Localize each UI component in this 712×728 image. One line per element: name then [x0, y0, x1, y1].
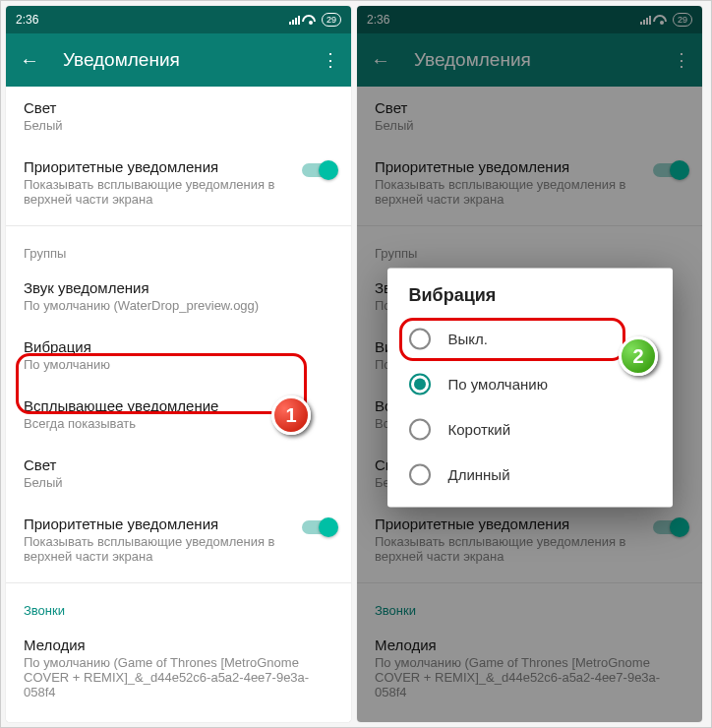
step-badge-1: 1 — [271, 395, 311, 435]
status-icons: 29 — [640, 13, 692, 27]
radio-icon — [409, 418, 431, 440]
setting-value: По умолчанию (WaterDrop_preview.ogg) — [24, 298, 333, 313]
divider — [6, 582, 351, 583]
setting-light[interactable]: Свет Белый — [6, 87, 351, 146]
setting-value: По умолчанию — [24, 357, 333, 372]
setting-priority-2[interactable]: Приоритетные уведомления Показывать вспл… — [6, 503, 351, 576]
wifi-icon — [655, 15, 669, 25]
battery-icon: 29 — [673, 13, 692, 27]
section-groups: Группы — [6, 232, 351, 267]
divider — [6, 225, 351, 226]
vibration-dialog: Вибрация Выкл. По умолчанию Короткий Дли… — [387, 268, 673, 507]
radio-label: Выкл. — [448, 331, 488, 347]
wifi-icon — [304, 15, 318, 25]
setting-title: Свет — [24, 456, 333, 473]
setting-title: Вибрация — [24, 338, 333, 355]
step-badge-2: 2 — [619, 336, 658, 376]
setting-title: Приоритетные уведомления — [24, 158, 292, 175]
setting-title: Приоритетные уведомления — [24, 516, 292, 532]
setting-desc: Показывать всплывающие уведомления в вер… — [24, 177, 292, 207]
setting-value: По умолчанию (Game of Thrones [MetroGnom… — [24, 655, 333, 699]
toggle-switch[interactable] — [302, 163, 335, 177]
radio-icon — [409, 328, 431, 349]
signal-icon — [640, 15, 651, 25]
menu-icon[interactable]: ⋮ — [673, 49, 688, 71]
setting-sound[interactable]: Звук уведомления По умолчанию (WaterDrop… — [6, 267, 351, 326]
app-bar: ← Уведомления ⋮ — [357, 33, 702, 87]
toggle-switch[interactable] — [302, 520, 335, 534]
radio-label: По умолчанию — [448, 376, 548, 393]
setting-title: Свет — [24, 99, 333, 116]
signal-icon — [289, 15, 300, 25]
radio-label: Короткий — [448, 421, 511, 438]
dialog-title: Вибрация — [387, 285, 673, 316]
phone-right: 2:36 29 ← Уведомления ⋮ Свет Белый Приор… — [357, 6, 702, 722]
setting-priority[interactable]: Приоритетные уведомления Показывать вспл… — [6, 146, 351, 219]
battery-icon: 29 — [322, 13, 341, 27]
back-icon[interactable]: ← — [20, 49, 39, 72]
radio-option-short[interactable]: Короткий — [387, 406, 673, 452]
status-icons: 29 — [289, 13, 341, 27]
page-title: Уведомления — [63, 49, 298, 71]
setting-melody[interactable]: Мелодия По умолчанию (Game of Thrones [M… — [6, 624, 351, 712]
page-title: Уведомления — [414, 49, 649, 71]
phone-left: 2:36 29 ← Уведомления ⋮ Свет Белый Приор… — [6, 6, 351, 722]
status-time: 2:36 — [367, 13, 389, 27]
setting-value: Белый — [24, 475, 333, 490]
section-calls: Звонки — [6, 589, 351, 624]
setting-value: Белый — [24, 118, 333, 133]
radio-label: Длинный — [448, 466, 510, 483]
setting-title: Звук уведомления — [24, 279, 333, 296]
radio-icon — [409, 463, 431, 485]
status-bar: 2:36 29 — [357, 6, 702, 33]
setting-title: Мелодия — [24, 637, 333, 653]
radio-option-long[interactable]: Длинный — [387, 452, 673, 497]
status-time: 2:36 — [16, 13, 38, 27]
setting-desc: Показывать всплывающие уведомления в вер… — [24, 534, 292, 564]
app-bar: ← Уведомления ⋮ — [6, 33, 351, 87]
menu-icon[interactable]: ⋮ — [322, 49, 337, 71]
status-bar: 2:36 29 — [6, 6, 351, 33]
setting-vibration[interactable]: Вибрация По умолчанию — [6, 326, 351, 385]
back-icon[interactable]: ← — [371, 49, 390, 72]
setting-light-2[interactable]: Свет Белый — [6, 444, 351, 503]
radio-icon — [409, 373, 431, 394]
